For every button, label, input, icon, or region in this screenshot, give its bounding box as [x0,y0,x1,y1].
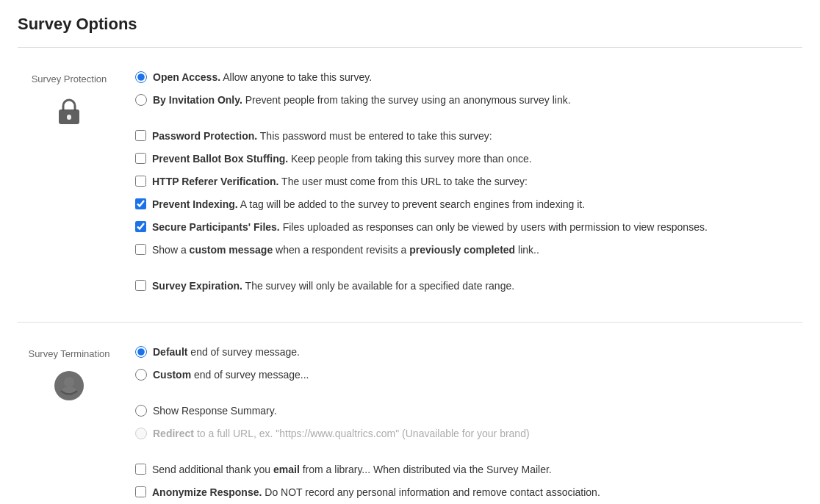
response-summary-option: Show Response Summary. [135,403,802,419]
http-referer-checkbox[interactable] [135,176,146,187]
send-email-option: Send additional thank you email from a l… [135,462,802,478]
survey-protection-label-text: Survey Protection [32,73,107,86]
survey-expiration-checkbox[interactable] [135,280,146,291]
invitation-only-option: By Invitation Only. Prevent people from … [135,93,802,108]
open-access-bold: Open Access. [153,71,220,83]
ballot-box-bold: Prevent Ballot Box Stuffing. [152,153,288,165]
survey-expiration-option: Survey Expiration. The survey will only … [135,278,802,294]
prevent-indexing-bold: Prevent Indexing. [152,198,238,210]
redirect-bold: Redirect [153,428,194,439]
redirect-option: Redirect to a full URL, ex. "https://www… [135,426,802,442]
ballot-box-checkbox[interactable] [135,153,146,164]
send-email-bold: email [273,464,300,475]
survey-protection-content: Open Access. Allow anyone to take this s… [121,70,802,301]
http-referer-text: HTTP Referer Verification. The user must… [152,174,528,190]
secure-files-bold: Secure Participants' Files. [152,221,280,233]
http-referer-option: HTTP Referer Verification. The user must… [135,174,802,190]
secure-files-checkbox[interactable] [135,221,146,232]
anonymize-response-bold: Anonymize Response. [152,486,262,498]
redirect-radio [135,428,147,439]
send-email-checkbox[interactable] [135,464,146,475]
survey-protection-label: Survey Protection [18,70,121,301]
survey-expiration-bold: Survey Expiration. [152,280,242,292]
response-summary-text: Show Response Summary. [153,403,277,419]
secure-files-text: Secure Participants' Files. Files upload… [152,220,708,235]
default-message-radio[interactable] [135,346,147,358]
default-message-bold: Default [153,346,187,358]
open-access-text: Open Access. Allow anyone to take this s… [153,70,372,85]
open-access-radio[interactable] [135,71,147,83]
survey-protection-section: Survey Protection Open Access. Allow any… [18,62,802,316]
secure-files-option: Secure Participants' Files. Files upload… [135,220,802,235]
page-title: Survey Options [18,15,802,34]
prevent-indexing-checkbox[interactable] [135,198,146,209]
redirect-text: Redirect to a full URL, ex. "https://www… [153,426,530,442]
survey-termination-label: Survey Termination [18,345,121,504]
svg-point-5 [64,377,74,387]
password-protection-bold: Password Protection. [152,130,257,142]
invitation-only-text: By Invitation Only. Prevent people from … [153,93,571,108]
custom-message-end-radio[interactable] [135,369,147,381]
custom-message-checkbox[interactable] [135,244,146,255]
survey-termination-content: Default end of survey message. Custom en… [121,345,802,504]
survey-termination-section: Survey Termination Default end of survey… [18,337,802,504]
lock-icon [53,95,85,127]
anonymize-response-text: Anonymize Response. Do NOT record any pe… [152,485,600,500]
send-email-text: Send additional thank you email from a l… [152,462,552,478]
prevent-indexing-text: Prevent Indexing. A tag will be added to… [152,197,585,212]
http-referer-bold: HTTP Referer Verification. [152,176,278,187]
svg-rect-1 [67,115,71,120]
ballot-box-option: Prevent Ballot Box Stuffing. Keep people… [135,151,802,167]
top-divider [18,47,802,48]
survey-expiration-text: Survey Expiration. The survey will only … [152,278,514,294]
password-protection-checkbox[interactable] [135,130,146,141]
custom-message-text: Show a custom message when a respondent … [152,242,539,258]
anonymize-response-option: Anonymize Response. Do NOT record any pe… [135,485,802,500]
custom-message-end-option: Custom end of survey message... [135,367,802,383]
invitation-only-radio[interactable] [135,94,147,106]
custom-message-end-text: Custom end of survey message... [153,367,309,383]
default-message-option: Default end of survey message. [135,345,802,360]
custom-message-end-bold: Custom [153,369,191,381]
default-message-text: Default end of survey message. [153,345,300,360]
section-divider [18,322,802,323]
anonymize-response-checkbox[interactable] [135,486,146,497]
prevent-indexing-option: Prevent Indexing. A tag will be added to… [135,197,802,212]
response-summary-radio[interactable] [135,405,147,417]
custom-message-bold2: previously completed [409,244,515,256]
password-protection-text: Password Protection. This password must … [152,129,492,144]
termination-icon [53,370,85,402]
password-protection-option: Password Protection. This password must … [135,129,802,144]
custom-message-option: Show a custom message when a respondent … [135,242,802,258]
survey-termination-label-text: Survey Termination [28,348,109,361]
invitation-only-bold: By Invitation Only. [153,94,242,106]
page-wrapper: Survey Options Survey Protection Open Ac… [0,0,820,504]
open-access-option: Open Access. Allow anyone to take this s… [135,70,802,85]
custom-message-bold1: custom message [190,244,273,256]
ballot-box-text: Prevent Ballot Box Stuffing. Keep people… [152,151,532,167]
